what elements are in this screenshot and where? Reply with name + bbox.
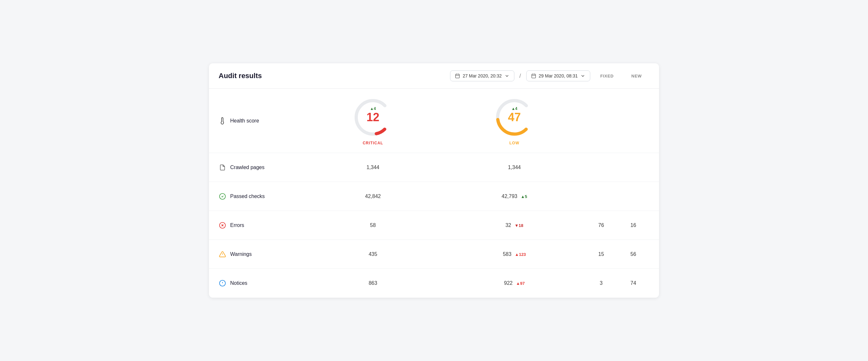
check-circle-icon xyxy=(219,192,226,200)
crawled-pages-col2: 1,344 xyxy=(444,164,585,170)
page-title: Audit results xyxy=(219,72,450,80)
notices-col1: 863 xyxy=(302,280,444,286)
notices-new: 74 xyxy=(617,280,649,286)
errors-col2: 32 ▼18 xyxy=(444,222,585,228)
chevron-down-icon-1 xyxy=(504,73,509,79)
info-circle-icon xyxy=(219,279,226,287)
warnings-col1: 435 xyxy=(302,251,444,257)
error-circle-icon xyxy=(219,221,226,229)
svg-rect-4 xyxy=(532,74,535,78)
notices-col2: 922 ▲97 xyxy=(444,280,585,286)
errors-fixed: 76 xyxy=(585,222,617,228)
passed-checks-col2: 42,793 ▲5 xyxy=(444,193,585,199)
audit-results-card: Audit results 27 Mar 2020, 20:32 / 29 Ma… xyxy=(209,63,659,298)
health-score-gauge-1: ▲4 12 CRITICAL xyxy=(302,96,444,145)
crawled-pages-col1: 1,344 xyxy=(302,164,444,170)
date-picker-2[interactable]: 29 Mar 2020, 08:31 xyxy=(526,70,590,81)
health-score-gauge-2: ▲4 47 LOW xyxy=(444,96,585,145)
warnings-label: Warnings xyxy=(219,250,302,258)
header: Audit results 27 Mar 2020, 20:32 / 29 Ma… xyxy=(209,63,659,89)
warnings-new: 56 xyxy=(617,251,649,257)
notices-row: Notices 863 922 ▲97 3 74 xyxy=(209,269,659,298)
calendar-icon-1 xyxy=(455,73,460,79)
date-separator: / xyxy=(518,73,522,80)
warning-triangle-icon xyxy=(219,250,226,258)
gauge-2-center: ▲4 47 xyxy=(508,107,521,123)
crawled-pages-row: Crawled pages 1,344 1,344 xyxy=(209,153,659,182)
gauge-1-wrapper: ▲4 12 xyxy=(352,96,394,138)
notices-label: Notices xyxy=(219,279,302,287)
date-1-label: 27 Mar 2020, 20:32 xyxy=(463,73,501,79)
file-icon xyxy=(219,163,226,171)
gauge-1-center: ▲4 12 xyxy=(367,107,379,123)
gauge-1-value: 12 xyxy=(367,111,379,124)
errors-new: 16 xyxy=(617,222,649,228)
gauge-2-wrapper: ▲4 47 xyxy=(494,96,535,138)
passed-checks-row: Passed checks 42,842 42,793 ▲5 xyxy=(209,182,659,211)
warnings-fixed: 15 xyxy=(585,251,617,257)
gauge-2-delta: ▲4 xyxy=(508,107,521,111)
gauge-2-status: LOW xyxy=(509,141,520,145)
health-score-label: Health score xyxy=(219,117,302,125)
crawled-pages-label: Crawled pages xyxy=(219,163,302,171)
notices-text: Notices xyxy=(230,280,247,286)
errors-delta: ▼18 xyxy=(515,223,523,228)
warnings-col2: 583 ▲123 xyxy=(444,251,585,257)
gauge-2-value: 47 xyxy=(508,111,521,124)
warnings-text: Warnings xyxy=(230,251,252,257)
warnings-delta: ▲123 xyxy=(515,252,526,257)
errors-col1: 58 xyxy=(302,222,444,228)
errors-label: Errors xyxy=(219,221,302,229)
calendar-icon-2 xyxy=(531,73,536,79)
passed-checks-col1: 42,842 xyxy=(302,193,444,199)
notices-delta: ▲97 xyxy=(516,281,525,286)
errors-text: Errors xyxy=(230,222,244,228)
date-picker-1[interactable]: 27 Mar 2020, 20:32 xyxy=(450,70,514,81)
errors-row: Errors 58 32 ▼18 76 16 xyxy=(209,211,659,240)
thermometer-icon xyxy=(219,117,226,125)
health-score-text: Health score xyxy=(230,118,259,124)
passed-checks-delta: ▲5 xyxy=(521,194,527,199)
new-column-header: NEW xyxy=(624,73,649,79)
gauge-1-delta: ▲4 xyxy=(367,107,379,111)
header-controls: 27 Mar 2020, 20:32 / 29 Mar 2020, 08:31 … xyxy=(450,70,649,81)
svg-rect-0 xyxy=(456,74,459,78)
passed-checks-text: Passed checks xyxy=(230,193,265,199)
notices-fixed: 3 xyxy=(585,280,617,286)
warnings-row: Warnings 435 583 ▲123 15 56 xyxy=(209,240,659,269)
date-2-label: 29 Mar 2020, 08:31 xyxy=(539,73,578,79)
gauge-1-status: CRITICAL xyxy=(363,141,383,145)
passed-checks-label: Passed checks xyxy=(219,192,302,200)
health-score-row: Health score ▲4 12 CRITICAL xyxy=(209,89,659,153)
chevron-down-icon-2 xyxy=(580,73,585,79)
crawled-pages-text: Crawled pages xyxy=(230,164,265,170)
fixed-column-header: FIXED xyxy=(594,73,620,79)
